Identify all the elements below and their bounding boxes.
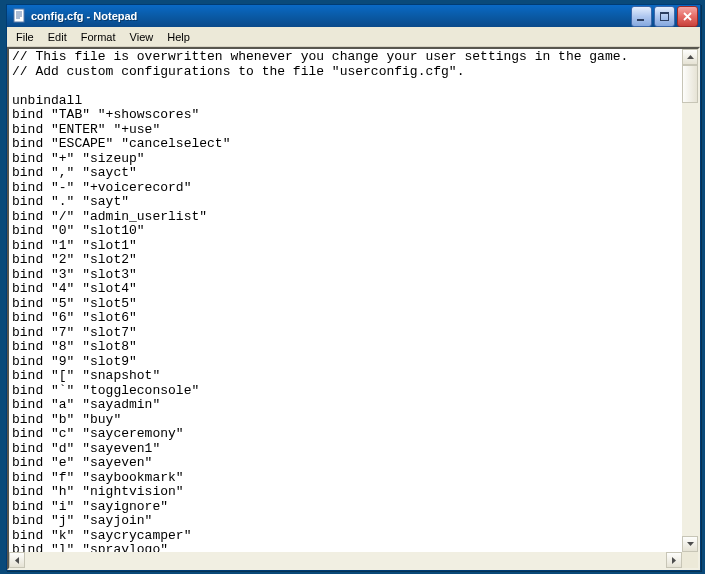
horizontal-scrollbar[interactable] xyxy=(9,552,698,568)
horizontal-scroll-track[interactable] xyxy=(25,552,666,568)
titlebar[interactable]: config.cfg - Notepad xyxy=(7,5,700,27)
vertical-scroll-track[interactable] xyxy=(682,65,698,536)
menu-view[interactable]: View xyxy=(123,29,161,45)
menu-format[interactable]: Format xyxy=(74,29,123,45)
editor-container: // This file is overwritten whenever you… xyxy=(7,47,700,570)
menu-file[interactable]: File xyxy=(9,29,41,45)
svg-rect-7 xyxy=(660,12,669,14)
vertical-scroll-thumb[interactable] xyxy=(682,65,698,103)
notepad-icon xyxy=(11,8,27,24)
text-editor[interactable]: // This file is overwritten whenever you… xyxy=(9,49,682,552)
scroll-up-button[interactable] xyxy=(682,49,698,65)
notepad-window: config.cfg - Notepad File Edit Format Vi… xyxy=(6,4,701,571)
minimize-button[interactable] xyxy=(631,6,652,27)
desktop: config.cfg - Notepad File Edit Format Vi… xyxy=(0,0,705,574)
vertical-scrollbar[interactable] xyxy=(682,49,698,552)
scroll-down-button[interactable] xyxy=(682,536,698,552)
window-title: config.cfg - Notepad xyxy=(31,10,631,22)
close-button[interactable] xyxy=(677,6,698,27)
svg-rect-5 xyxy=(637,19,644,21)
menubar: File Edit Format View Help xyxy=(7,27,700,47)
scroll-corner xyxy=(682,552,698,568)
scroll-right-button[interactable] xyxy=(666,552,682,568)
window-controls xyxy=(631,6,698,27)
menu-edit[interactable]: Edit xyxy=(41,29,74,45)
scroll-left-button[interactable] xyxy=(9,552,25,568)
menu-help[interactable]: Help xyxy=(160,29,197,45)
maximize-button[interactable] xyxy=(654,6,675,27)
